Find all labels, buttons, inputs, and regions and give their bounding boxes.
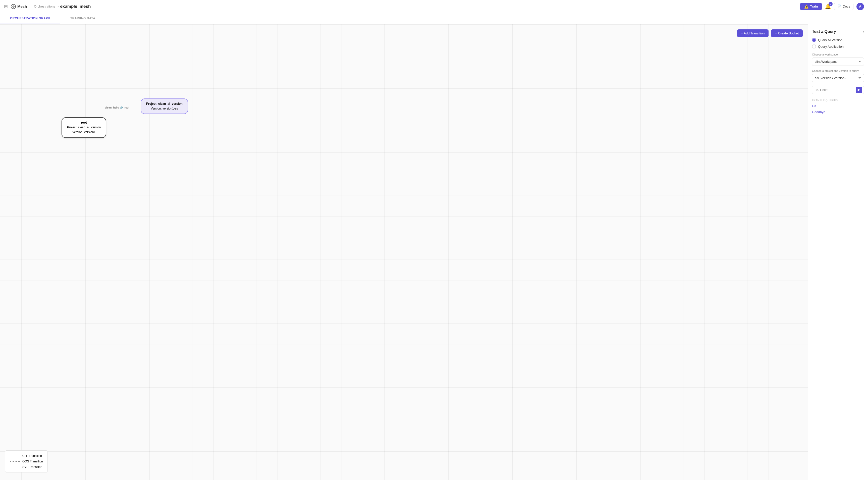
oos-line bbox=[10, 461, 20, 462]
avatar[interactable]: A bbox=[857, 3, 864, 10]
graph-toolbar: + Add Transition + Create Socket bbox=[737, 29, 803, 37]
tab-training-data[interactable]: Training Data bbox=[60, 13, 105, 24]
query-type-radio-group: Query AI Version Query Application bbox=[812, 38, 864, 49]
edge-icon: 🔗 bbox=[120, 106, 124, 109]
svp-line bbox=[10, 467, 20, 467]
train-label: Train bbox=[810, 4, 818, 8]
root-node-title: root bbox=[67, 120, 101, 125]
panel-header: Test a Query › bbox=[812, 29, 864, 34]
query-input-wrap bbox=[812, 86, 864, 94]
destination-node[interactable]: Project: clean_ai_version Version: versi… bbox=[141, 98, 188, 114]
example-hi[interactable]: Hi! bbox=[812, 104, 864, 108]
docs-icon: 📄 bbox=[837, 4, 841, 8]
legend-oos: OOS Transition bbox=[10, 460, 43, 463]
breadcrumb: Orchestrations > example_mesh bbox=[34, 4, 91, 9]
radio-query-app[interactable]: Query Application bbox=[812, 44, 864, 49]
notif-count: 2 bbox=[829, 2, 833, 6]
radio-query-ai[interactable]: Query AI Version bbox=[812, 38, 864, 42]
root-node-version: Version: version1 bbox=[67, 130, 101, 134]
app-logo: ◎ Mesh bbox=[11, 4, 27, 9]
add-transition-button[interactable]: + Add Transition bbox=[737, 29, 769, 37]
send-query-button[interactable] bbox=[856, 87, 862, 93]
legend-clf: CLF Transition bbox=[10, 454, 43, 458]
docs-button[interactable]: 📄 Docs bbox=[834, 3, 854, 10]
breadcrumb-parent[interactable]: Orchestrations bbox=[34, 4, 55, 8]
project-version-select[interactable]: aiv_version / version2 bbox=[812, 74, 864, 82]
workspace-label: Choose a workspace bbox=[812, 53, 864, 56]
edge-label: clean_hello 🔗 root bbox=[105, 106, 129, 109]
dest-node-version: Version: version1-ss bbox=[146, 106, 183, 111]
app-name: Mesh bbox=[17, 4, 27, 8]
top-nav: ⊞ ◎ Mesh Orchestrations > example_mesh ⚠… bbox=[0, 0, 868, 13]
send-icon bbox=[857, 88, 861, 92]
example-goodbye[interactable]: Goodbye bbox=[812, 110, 864, 114]
tabs-bar: Orchestration Graph Training Data bbox=[0, 13, 868, 24]
notification-bell[interactable]: 🔔 2 bbox=[825, 3, 831, 9]
breadcrumb-current: example_mesh bbox=[60, 4, 91, 9]
clf-line bbox=[10, 456, 20, 456]
examples-label: Example Queries bbox=[812, 99, 864, 102]
project-label: Choose a project and version to query bbox=[812, 69, 864, 72]
panel-expand-icon[interactable]: › bbox=[863, 29, 864, 34]
legend: CLF Transition OOS Transition SVP Transi… bbox=[5, 450, 48, 473]
docs-label: Docs bbox=[843, 4, 850, 8]
graph-area[interactable]: + Add Transition + Create Socket root Pr… bbox=[0, 24, 808, 480]
dest-node-title: Project: clean_ai_version bbox=[146, 101, 183, 106]
warning-icon: ⚠️ bbox=[804, 4, 808, 8]
create-socket-button[interactable]: + Create Socket bbox=[771, 29, 803, 37]
radio-circle-ai bbox=[812, 38, 816, 42]
grid-icon[interactable]: ⊞ bbox=[4, 4, 8, 9]
tab-orchestration-graph[interactable]: Orchestration Graph bbox=[0, 13, 60, 24]
legend-svp: SVP Transition bbox=[10, 465, 43, 469]
logo-icon: ◎ bbox=[11, 4, 16, 9]
graph-edges bbox=[0, 24, 75, 62]
root-node-project: Project: clean_ai_version bbox=[67, 125, 101, 130]
right-panel: Test a Query › Query AI Version Query Ap… bbox=[808, 24, 868, 480]
root-node[interactable]: root Project: clean_ai_version Version: … bbox=[62, 117, 106, 138]
train-button[interactable]: ⚠️ Train bbox=[800, 3, 822, 10]
workspace-select[interactable]: clincWorkspace bbox=[812, 58, 864, 66]
main-layout: + Add Transition + Create Socket root Pr… bbox=[0, 24, 868, 480]
panel-title: Test a Query bbox=[812, 29, 836, 34]
breadcrumb-sep: > bbox=[57, 4, 59, 8]
radio-circle-app bbox=[812, 44, 816, 49]
